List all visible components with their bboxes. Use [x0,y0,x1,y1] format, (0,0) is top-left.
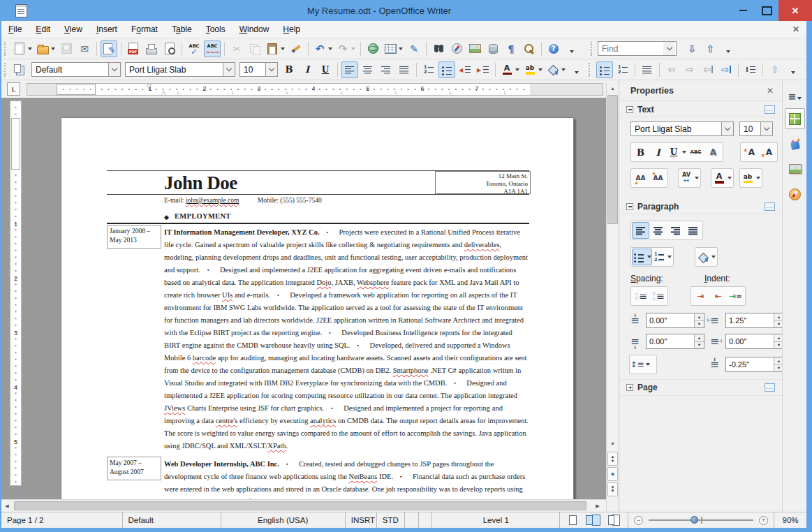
increase-indent-p-button[interactable] [692,288,709,304]
previous-page-button[interactable]: ▲▲ [607,452,618,466]
chevron-down-icon[interactable] [667,256,672,258]
menu-insert[interactable]: Insert [89,22,124,37]
chevron-down-icon[interactable] [399,47,403,50]
zoom-button[interactable] [521,40,538,57]
paragraph-style-combobox[interactable]: Default [31,62,121,77]
strikethrough-button[interactable] [687,144,704,161]
find-previous-button[interactable] [702,40,718,57]
menu-window[interactable]: Window [232,22,276,37]
draw-functions-button[interactable] [406,40,422,57]
chevron-down-icon[interactable] [351,47,355,50]
sidebar-gallery-tab[interactable] [785,158,805,179]
cut-button[interactable] [228,40,245,57]
below-paragraph-spacing-field[interactable]: ▲▼ [646,334,704,349]
page-preview-button[interactable] [161,40,178,57]
export-pdf-button[interactable] [125,40,142,57]
menu-table[interactable]: Table [165,22,199,37]
after-text-indent-input[interactable] [726,334,774,348]
toolbar-grip[interactable] [4,42,7,56]
toolbar-overflow-button[interactable] [785,61,802,78]
find-input[interactable] [598,41,664,56]
collapse-icon[interactable] [626,203,633,210]
demote-sublevels-button[interactable] [718,61,735,78]
font-name-combobox[interactable]: Port Lligat Slab [125,62,235,77]
paste-button[interactable] [265,40,286,57]
undo-button[interactable] [312,40,334,57]
menu-format[interactable]: Format [124,22,165,37]
gallery-button[interactable] [466,40,483,57]
align-right-button[interactable] [667,222,684,239]
scroll-left-icon[interactable]: ◀ [1,501,13,512]
increase-spacing-button[interactable] [632,288,649,304]
bold-button[interactable] [281,61,297,78]
page-number-status[interactable]: Page 1 / 2 [1,512,123,528]
bullet-list-button[interactable] [596,61,613,78]
chevron-down-icon[interactable] [756,177,760,179]
toolbar-overflow-button[interactable] [563,40,580,57]
edit-file-button[interactable] [101,40,117,57]
collapse-icon[interactable] [626,106,633,113]
chevron-down-icon[interactable] [281,47,285,50]
sidebar-styles-tab[interactable] [785,133,805,154]
italic-button[interactable] [299,61,316,78]
outline-level-status[interactable]: Level 1 [432,512,560,528]
find-replace-button[interactable] [430,40,447,57]
background-color-button[interactable] [696,249,716,265]
insert-mode-status[interactable]: INSRT [346,512,377,528]
styles-window-button[interactable] [12,61,29,78]
numbered-list-button[interactable] [652,249,672,265]
find-toolbar-grip[interactable] [591,42,593,56]
navigator-button[interactable] [448,40,465,57]
justify-button[interactable] [396,61,413,78]
close-document-icon[interactable]: ✕ [792,24,799,34]
no-list-button[interactable] [639,61,656,78]
menu-file[interactable]: File [1,22,29,37]
first-line-indent-input[interactable] [726,357,774,371]
close-button[interactable]: ✕ [778,0,812,21]
chevron-down-icon[interactable] [28,47,32,50]
paragraph-more-options-button[interactable] [765,202,775,211]
horizontal-ruler[interactable]: ▽ △ 1234567⊥⊥⊥⊥⊥⊥⊥ [27,83,603,96]
spinner-arrows[interactable]: ▲▼ [694,313,704,327]
hanging-indent-marker[interactable]: △ [161,89,166,96]
chevron-down-icon[interactable] [538,68,542,71]
lowercase-button[interactable] [649,170,667,186]
list-toolbar-grip[interactable] [589,63,591,77]
italic-button[interactable] [649,144,667,161]
align-left-button[interactable] [341,61,358,78]
sidebar-font-size-combobox[interactable]: 10 [739,121,773,136]
spellcheck-button[interactable] [186,40,202,57]
page-style-status[interactable]: Default [123,512,221,528]
increase-font-size-button[interactable] [741,144,759,161]
print-button[interactable] [143,40,160,57]
zoom-percentage[interactable]: 90% [774,512,806,528]
formatting-marks-button[interactable] [503,40,519,57]
font-size-combobox[interactable]: 10 [239,62,278,77]
copy-button[interactable] [246,40,263,57]
promote-level-button[interactable] [663,61,680,78]
underline-button[interactable] [317,61,334,78]
language-status[interactable]: English (USA) [221,512,346,528]
zoom-out-button[interactable]: − [634,516,643,525]
signature-status[interactable] [419,512,433,528]
vertical-ruler[interactable]: 12345 [10,101,22,486]
scroll-up-icon[interactable]: ▲ [607,82,618,94]
minimize-button[interactable] [731,0,755,21]
before-text-indent-input[interactable] [726,313,774,327]
underline-button[interactable] [667,144,687,161]
chevron-down-icon[interactable] [682,151,686,154]
chevron-down-icon[interactable] [265,63,277,76]
chevron-down-icon[interactable] [760,122,772,135]
email-button[interactable] [76,40,93,57]
chevron-down-icon[interactable] [223,63,235,76]
highlighting-button[interactable] [741,170,761,186]
chevron-down-icon[interactable] [108,63,120,76]
increase-indent-button[interactable] [475,61,492,78]
sidebar-navigator-tab[interactable] [785,184,805,205]
menu-edit[interactable]: Edit [29,22,57,37]
auto-spellcheck-button[interactable] [204,40,221,57]
above-paragraph-spacing-input[interactable] [647,313,694,327]
before-text-indent-field[interactable]: ▲▼ [725,313,784,328]
bold-button[interactable] [632,144,649,161]
toolbar-overflow-button[interactable] [568,61,585,78]
